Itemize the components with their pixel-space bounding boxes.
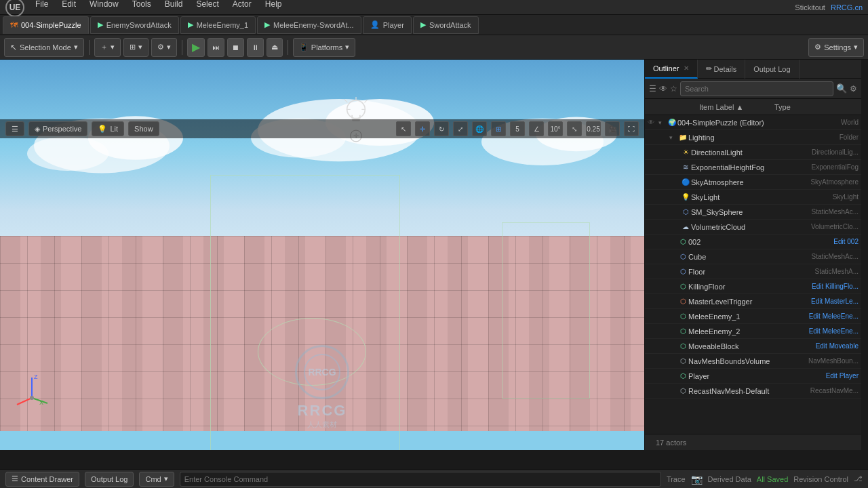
outliner-item-recast-navmesh[interactable]: ⬡ RecastNavMesh-Default RecastNavMe... <box>645 384 861 399</box>
tab-player[interactable]: 👤 Player <box>363 16 412 34</box>
grid-toggle-button[interactable]: ⊞ <box>491 121 506 136</box>
outliner-item-melee-enemy-2[interactable]: ⬡ MeleeEnemy_2 Edit MeleeEne... <box>645 324 861 339</box>
angle-toggle-button[interactable]: ∠ <box>529 121 544 136</box>
tab-sword-attack[interactable]: ▶ SwordAttack <box>413 16 479 34</box>
play-button[interactable]: ▶ <box>187 38 205 57</box>
scale-value[interactable]: 0.25 <box>586 121 601 136</box>
menu-window[interactable]: Window <box>87 0 121 17</box>
scale-tool-button[interactable]: ⤢ <box>453 121 468 136</box>
dl-type: DirectionalLig... <box>812 148 859 156</box>
angle-value[interactable]: 10° <box>548 121 563 136</box>
outliner-item-lighting[interactable]: ▾ 📁 Lighting Folder <box>645 130 861 145</box>
eject-button[interactable]: ⏏ <box>267 38 283 57</box>
filter-settings-icon[interactable]: ⚙ <box>850 84 857 94</box>
sky-atm-type: SkyAtmosphere <box>810 178 859 186</box>
outliner-item-sky-atmosphere[interactable]: 🔵 SkyAtmosphere SkyAtmosphere <box>645 175 861 190</box>
002-label: 002 <box>688 238 833 246</box>
step-button[interactable]: ⏭ <box>208 38 224 57</box>
perspective-button[interactable]: ◈ Perspective <box>28 121 87 136</box>
cmd-button[interactable]: Cmd ▾ <box>139 472 174 487</box>
outliner-tab[interactable]: Outliner ✕ <box>645 60 698 79</box>
outliner-item-directional-light[interactable]: ☀ DirectionalLight DirectionalLig... <box>645 145 861 160</box>
rotate-tool-button[interactable]: ↻ <box>434 121 449 136</box>
move-tool-button[interactable]: ✛ <box>415 121 430 136</box>
outliner-item-floor[interactable]: ⬡ Floor StaticMeshA... <box>645 264 861 279</box>
revision-label[interactable]: Revision Control <box>793 475 848 483</box>
scale-toggle-button[interactable]: ⤡ <box>567 121 582 136</box>
show-button[interactable]: Show <box>128 121 159 136</box>
outliner-item-sky-light[interactable]: 💡 SkyLight SkyLight <box>645 190 861 205</box>
lit-button[interactable]: 💡 Lit <box>92 121 124 136</box>
me2-link[interactable]: Edit MeleeEne... <box>809 327 859 335</box>
menu-tools[interactable]: Tools <box>130 0 154 17</box>
tab-label-4: Player <box>383 21 404 29</box>
selection-mode-button[interactable]: ↖ Selection Mode ▾ <box>4 38 84 57</box>
outliner-item-exp-fog[interactable]: ≋ ExponentialHeightFog ExponentialFog <box>645 160 861 175</box>
outliner-item-navmesh-bounds[interactable]: ⬡ NavMeshBoundsVolume NavMeshBoun... <box>645 354 861 369</box>
visibility-filter-icon[interactable]: 👁 <box>659 84 667 94</box>
stop-button[interactable]: ⏹ <box>227 38 244 57</box>
add-actor-button[interactable]: ＋ ▾ <box>94 38 121 57</box>
outliner-item-vol-cloud[interactable]: ☁ VolumetricCloud VolumetricClo... <box>645 220 861 235</box>
killing-floor-icon: ⬡ <box>677 281 688 292</box>
camera-speed-button[interactable]: 🌐 <box>472 121 487 136</box>
tab-melee-enemy1[interactable]: ▶ MeleeEnemy_1 <box>180 16 256 34</box>
player-link[interactable]: Edit Player <box>826 372 859 380</box>
expand-lighting[interactable]: ▾ <box>669 134 677 141</box>
pause-button[interactable]: ⏸ <box>247 38 264 57</box>
outliner-item-sky-sphere[interactable]: ⬡ SM_SkySphere StaticMeshAc... <box>645 205 861 220</box>
me1-link[interactable]: Edit MeleeEne... <box>809 312 859 320</box>
sky-light-icon: 💡 <box>680 192 691 203</box>
platforms-button[interactable]: 📱 Platforms ▾ <box>293 38 355 57</box>
output-log-tab[interactable]: Output Log <box>745 60 799 79</box>
outliner-item-killing-floor[interactable]: ⬡ KillingFloor Edit KillingFlo... <box>645 279 861 294</box>
menu-select[interactable]: Select <box>193 0 221 17</box>
svg-point-2 <box>27 136 108 171</box>
hamburger-menu-button[interactable]: ☰ <box>5 121 24 136</box>
menu-help[interactable]: Help <box>262 0 285 17</box>
outliner-item-player[interactable]: ⬡ Player Edit Player <box>645 369 861 384</box>
maximize-button[interactable]: ⛶ <box>624 121 639 136</box>
trace-label[interactable]: Trace <box>667 475 686 483</box>
build-button[interactable]: ⚙ ▾ <box>151 38 177 57</box>
tab-melee-enemy-sword[interactable]: ▶ MeleeEnemy-SwordAt... <box>257 16 361 34</box>
settings-button[interactable]: ⚙ Settings ▾ <box>808 38 864 57</box>
outliner-item-world[interactable]: 👁 ▾ 🌍 004-SimplePuzzle (Editor) World <box>645 115 861 130</box>
menu-file[interactable]: File <box>33 0 51 17</box>
outliner-item-002[interactable]: ⬡ 002 Edit 002 <box>645 235 861 249</box>
outliner-item-cube[interactable]: ⬡ Cube StaticMeshAc... <box>645 249 861 264</box>
sky-sphere-type: StaticMeshAc... <box>812 208 859 216</box>
content-drawer-button[interactable]: ☰ Content Drawer <box>5 472 79 487</box>
star-filter-icon[interactable]: ☆ <box>670 84 677 94</box>
output-log-button[interactable]: Output Log <box>85 472 134 487</box>
tab-004-simple-puzzle[interactable]: 🗺 004-SimplePuzzle <box>3 16 89 34</box>
menu-actor[interactable]: Actor <box>230 0 254 17</box>
002-link[interactable]: Edit 002 <box>833 238 859 245</box>
moveable-block-link[interactable]: Edit Moveable <box>816 342 859 350</box>
derived-data-label[interactable]: Derived Data <box>708 475 751 483</box>
expand-world[interactable]: ▾ <box>658 119 667 126</box>
snap-button[interactable]: ⊞ ▾ <box>123 38 149 57</box>
details-tab[interactable]: ✏ Details <box>698 60 746 79</box>
outliner-item-melee-enemy-1[interactable]: ⬡ MeleeEnemy_1 Edit MeleeEne... <box>645 309 861 324</box>
play-icon: ▶ <box>192 41 200 54</box>
master-trigger-link[interactable]: Edit MasterLe... <box>811 298 859 305</box>
show-label: Show <box>134 125 153 133</box>
output-log-tab-label: Output Log <box>753 65 790 73</box>
select-tool-button[interactable]: ↖ <box>396 121 411 136</box>
outliner-item-moveable-block[interactable]: ⬡ MoveableBlock Edit Moveable <box>645 339 861 354</box>
camera-menu-button[interactable]: 🎥 <box>605 121 620 136</box>
killing-floor-link[interactable]: Edit KillingFlo... <box>812 283 859 290</box>
menu-edit[interactable]: Edit <box>59 0 79 17</box>
vol-cloud-icon: ☁ <box>680 222 691 232</box>
search-input[interactable] <box>680 81 833 96</box>
console-input[interactable] <box>180 472 661 487</box>
menu-build[interactable]: Build <box>162 0 186 17</box>
grid-value[interactable]: 5 <box>510 121 525 136</box>
filter-icon[interactable]: ☰ <box>649 84 656 94</box>
viewport-3d[interactable]: ✛ Z X <box>0 60 644 450</box>
search-icon[interactable]: 🔍 <box>836 83 847 94</box>
outliner-tab-close[interactable]: ✕ <box>684 64 689 72</box>
tab-enemy-sword-attack[interactable]: ▶ EnemySwordAttack <box>90 16 179 34</box>
outliner-item-master-trigger[interactable]: ⬡ MasterLevelTrigger Edit MasterLe... <box>645 294 861 309</box>
